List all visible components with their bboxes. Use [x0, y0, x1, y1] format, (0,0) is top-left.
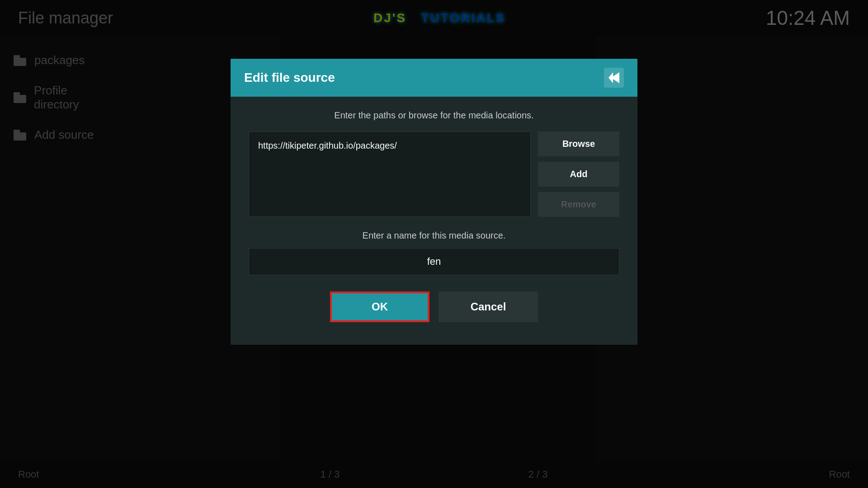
svg-marker-0	[609, 72, 619, 83]
name-instruction: Enter a name for this media source.	[249, 230, 619, 241]
kodi-logo	[604, 68, 624, 88]
dialog-body: Enter the paths or browse for the media …	[231, 97, 637, 345]
path-instruction: Enter the paths or browse for the media …	[249, 110, 619, 121]
dialog-title: Edit file source	[244, 70, 335, 85]
dialog-actions: OK Cancel	[249, 291, 619, 331]
browse-button[interactable]: Browse	[538, 131, 619, 156]
remove-button[interactable]: Remove	[538, 192, 619, 217]
path-input-area[interactable]: https://tikipeter.github.io/packages/	[249, 131, 531, 217]
path-buttons: Browse Add Remove	[538, 131, 619, 217]
dialog-header: Edit file source	[231, 59, 637, 97]
cancel-button[interactable]: Cancel	[439, 291, 538, 322]
path-section: https://tikipeter.github.io/packages/ Br…	[249, 131, 619, 217]
name-input[interactable]	[249, 248, 619, 275]
add-button[interactable]: Add	[538, 162, 619, 187]
edit-file-source-dialog: Edit file source Enter the paths or brow…	[231, 59, 637, 345]
ok-button[interactable]: OK	[330, 291, 429, 322]
path-text: https://tikipeter.github.io/packages/	[258, 139, 397, 152]
